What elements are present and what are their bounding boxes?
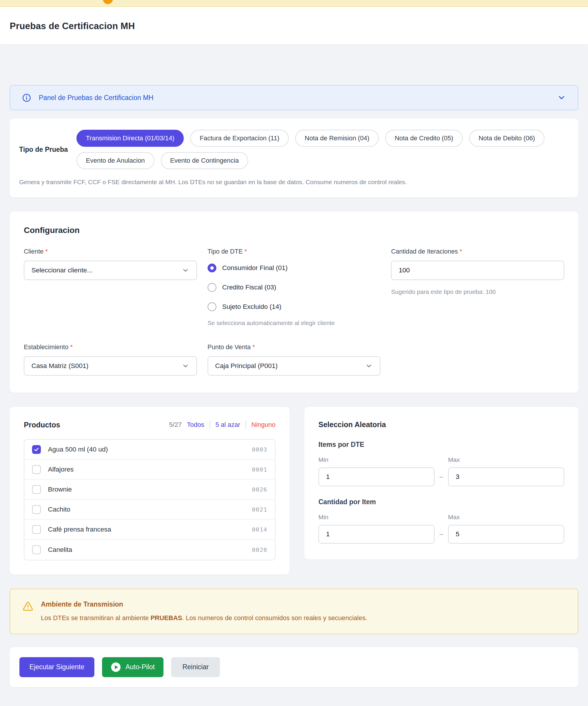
orange-indicator-dot xyxy=(103,0,113,4)
punto-venta-select[interactable]: Caja Principal (P001) xyxy=(208,356,381,376)
establecimiento-label: Establecimiento* xyxy=(24,344,197,351)
product-checkbox[interactable] xyxy=(32,485,41,494)
product-name: Café prensa francesa xyxy=(48,526,111,533)
product-row[interactable]: Alfajores0001 xyxy=(25,460,275,480)
warning-triangle-icon xyxy=(23,600,33,623)
cantidad-item-max-input[interactable] xyxy=(448,525,564,544)
cliente-select-value: Seleccionar cliente... xyxy=(32,267,93,274)
iteraciones-input[interactable] xyxy=(391,261,564,280)
product-row[interactable]: Brownie0026 xyxy=(25,480,275,500)
tipo-prueba-pill[interactable]: Transmision Directa (01/03/14) xyxy=(77,130,184,147)
tipo-dte-option[interactable]: Consumidor Final (01) xyxy=(208,264,381,272)
product-row[interactable]: Cachito0021 xyxy=(25,500,275,520)
warning-body: Los DTEs se transmitiran al ambiente PRU… xyxy=(41,614,367,623)
product-name: Alfajores xyxy=(48,466,74,473)
max-label: Max xyxy=(448,456,564,463)
iteraciones-field: Cantidad de Iteraciones* Sugerido para e… xyxy=(391,248,564,326)
product-row[interactable]: Canelita0020 xyxy=(25,540,275,560)
tipo-dte-helper: Se selecciona automaticamente al elegir … xyxy=(208,319,381,326)
productos-count: 5/27 xyxy=(169,421,182,429)
play-icon xyxy=(111,662,121,672)
ninguno-link[interactable]: Ninguno xyxy=(251,421,276,429)
seleccion-aleatoria-card: Seleccion Aleatoria Items por DTE Min – … xyxy=(304,407,578,559)
establecimiento-field: Establecimiento* Casa Matriz (S001) xyxy=(24,344,197,376)
required-asterisk: * xyxy=(70,344,73,351)
required-asterisk: * xyxy=(245,248,247,255)
main-content: Panel de Pruebas de Certificacion MH Tip… xyxy=(0,85,588,698)
chevron-down-icon xyxy=(182,267,190,274)
product-code: 0014 xyxy=(252,526,267,533)
product-row[interactable]: Agua 500 ml (40 ud)0003 xyxy=(25,440,275,460)
top-banner xyxy=(0,0,588,7)
tipo-prueba-pill[interactable]: Nota de Remision (04) xyxy=(295,130,379,147)
info-panel[interactable]: Panel de Pruebas de Certificacion MH xyxy=(10,85,578,110)
cliente-label: Cliente* xyxy=(24,248,197,256)
product-name: Cachito xyxy=(48,506,70,513)
tipo-dte-field: Tipo de DTE* Consumidor Final (01)Credit… xyxy=(208,248,381,326)
tipo-dte-option[interactable]: Sujeto Excluido (14) xyxy=(208,303,381,311)
product-code: 0026 xyxy=(252,486,267,493)
tipo-prueba-pill[interactable]: Evento de Anulacion xyxy=(77,152,154,169)
radio-icon xyxy=(208,303,216,311)
reiniciar-button[interactable]: Reiniciar xyxy=(171,657,220,677)
tipo-prueba-pill[interactable]: Nota de Credito (05) xyxy=(385,130,462,147)
min-label: Min xyxy=(319,456,434,463)
actions-bar: Ejecutar Siguiente Auto-Pilot Reiniciar xyxy=(10,647,578,687)
cliente-select[interactable]: Seleccionar cliente... xyxy=(24,261,197,280)
product-name: Brownie xyxy=(48,486,72,493)
divider xyxy=(210,420,210,429)
punto-venta-label: Punto de Venta* xyxy=(208,344,381,351)
warning-title: Ambiente de Transmision xyxy=(41,600,367,609)
info-panel-label: Panel de Pruebas de Certificacion MH xyxy=(39,94,154,102)
product-code: 0003 xyxy=(252,446,267,453)
range-dash: – xyxy=(434,525,448,544)
ambiente-warning-banner: Ambiente de Transmision Los DTEs se tran… xyxy=(10,589,578,634)
product-code: 0020 xyxy=(252,546,267,553)
seleccion-aleatoria-title: Seleccion Aleatoria xyxy=(319,420,564,429)
productos-card: Productos 5/27 Todos 5 al azar Ninguno A… xyxy=(10,407,290,575)
product-checkbox[interactable] xyxy=(32,525,41,534)
items-dte-max-input[interactable] xyxy=(448,467,564,486)
chevron-down-icon xyxy=(365,362,373,370)
range-dash: – xyxy=(434,467,448,486)
productos-list: Agua 500 ml (40 ud)0003Alfajores0001Brow… xyxy=(24,439,276,560)
product-code: 0001 xyxy=(252,466,267,473)
required-asterisk: * xyxy=(45,248,48,255)
chevron-down-icon xyxy=(182,362,190,370)
tipo-dte-option[interactable]: Credito Fiscal (03) xyxy=(208,283,381,292)
required-asterisk: * xyxy=(253,344,255,351)
items-dte-min-input[interactable] xyxy=(319,467,434,486)
product-checkbox[interactable] xyxy=(32,545,41,554)
configuracion-card: Configuracion Cliente* Seleccionar clien… xyxy=(10,211,578,393)
product-checkbox[interactable] xyxy=(32,465,41,474)
required-asterisk: * xyxy=(460,248,462,255)
tipo-prueba-label: Tipo de Prueba xyxy=(19,146,77,154)
tipo-prueba-pills: Transmision Directa (01/03/14)Factura de… xyxy=(77,130,569,169)
iteraciones-label: Cantidad de Iteraciones* xyxy=(391,248,564,256)
ejecutar-siguiente-button[interactable]: Ejecutar Siguiente xyxy=(19,657,94,677)
tipo-prueba-description: Genera y transmite FCF, CCF o FSE direct… xyxy=(19,179,569,186)
chevron-down-icon[interactable] xyxy=(557,93,566,102)
radio-label: Sujeto Excluido (14) xyxy=(222,303,281,311)
tipo-prueba-card: Tipo de Prueba Transmision Directa (01/0… xyxy=(10,119,578,197)
al-azar-link[interactable]: 5 al azar xyxy=(215,421,240,429)
product-checkbox[interactable] xyxy=(32,445,41,454)
cantidad-por-item-label: Cantidad por Item xyxy=(319,498,564,506)
radio-icon xyxy=(208,264,216,272)
product-checkbox[interactable] xyxy=(32,505,41,514)
product-row[interactable]: Café prensa francesa0014 xyxy=(25,520,275,540)
establecimiento-select[interactable]: Casa Matriz (S001) xyxy=(24,356,197,376)
divider xyxy=(246,420,246,429)
auto-pilot-label: Auto-Pilot xyxy=(126,663,155,671)
iteraciones-helper: Sugerido para este tipo de prueba: 100 xyxy=(391,288,564,295)
auto-pilot-button[interactable]: Auto-Pilot xyxy=(102,657,164,677)
configuracion-title: Configuracion xyxy=(24,226,564,235)
tipo-prueba-pill[interactable]: Nota de Debito (06) xyxy=(469,130,544,147)
tipo-prueba-pill[interactable]: Factura de Exportacion (11) xyxy=(190,130,289,147)
todos-link[interactable]: Todos xyxy=(187,421,204,429)
tipo-prueba-pill[interactable]: Evento de Contingencia xyxy=(161,152,248,169)
tipo-dte-options: Consumidor Final (01)Credito Fiscal (03)… xyxy=(208,264,381,311)
page-title: Pruebas de Certificacion MH xyxy=(10,21,578,32)
page-header: Pruebas de Certificacion MH xyxy=(0,7,588,44)
cantidad-item-min-input[interactable] xyxy=(319,525,434,544)
